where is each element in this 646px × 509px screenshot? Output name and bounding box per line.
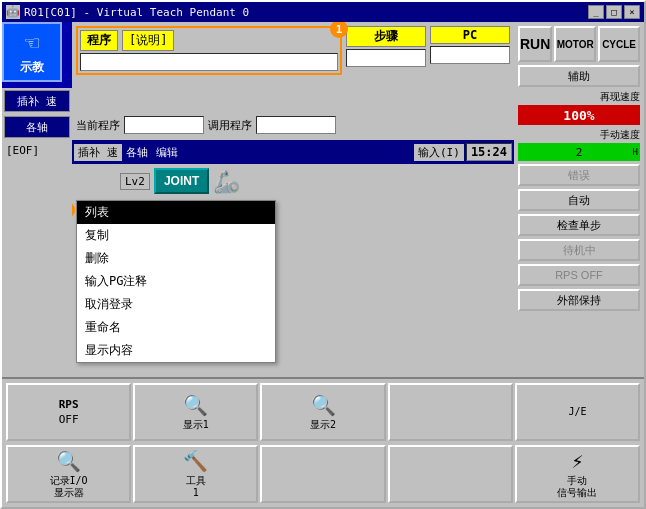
display1-label: 显示1 xyxy=(183,419,209,431)
rps-off-label: OFF xyxy=(59,413,79,426)
toolbar-edit-label[interactable]: 编辑 xyxy=(152,144,182,161)
speed-section: 再现速度 100% xyxy=(518,90,640,125)
playback-speed-value: 100% xyxy=(518,105,640,125)
lv2-badge: Lv2 xyxy=(120,173,150,190)
insert-button[interactable]: 插补 速 xyxy=(4,90,70,112)
empty-button-2[interactable] xyxy=(260,445,385,503)
pc-input[interactable] xyxy=(430,46,510,64)
description-label: [说明] xyxy=(122,30,174,51)
tool1-icon: 🔨 xyxy=(183,449,208,473)
axes-button[interactable]: 各轴 xyxy=(4,116,70,138)
tool1-button[interactable]: 🔨 工具1 xyxy=(133,445,258,503)
current-prog-label: 当前程序 xyxy=(76,118,120,133)
je-button[interactable]: J/E xyxy=(515,383,640,441)
dropdown-item-delete[interactable]: 删除 xyxy=(77,247,275,270)
display2-icon: 🔍 xyxy=(311,393,336,417)
rps-off-bottom-button[interactable]: RPS OFF xyxy=(6,383,131,441)
error-button[interactable]: 错误 xyxy=(518,164,640,186)
display2-label: 显示2 xyxy=(310,419,336,431)
display1-button[interactable]: 🔍 显示1 xyxy=(133,383,258,441)
run-button[interactable]: RUN xyxy=(518,26,552,62)
pc-label: PC xyxy=(430,26,510,44)
info-row-1: 当前程序 调用程序 xyxy=(72,110,514,140)
cycle-button[interactable]: CYCLE xyxy=(598,26,640,62)
rmc-row: RUN MOTOR CYCLE xyxy=(518,26,640,62)
badge-2: 2 xyxy=(72,201,75,219)
log-io-button[interactable]: 🔍 记录I/O显示器 xyxy=(6,445,131,503)
display2-button[interactable]: 🔍 显示2 xyxy=(260,383,385,441)
call-prog-label: 调用程序 xyxy=(208,118,252,133)
step-input[interactable] xyxy=(346,49,426,67)
dropdown-item-unregister[interactable]: 取消登录 xyxy=(77,293,275,316)
dropdown-item-copy[interactable]: 复制 xyxy=(77,224,275,247)
bottom-area: RPS OFF 🔍 显示1 🔍 显示2 J/E 🔍 xyxy=(2,377,644,507)
eof-label: [EOF] xyxy=(4,142,70,159)
window-icon: 🤖 xyxy=(6,5,20,19)
display1-icon: 🔍 xyxy=(183,393,208,417)
program-input[interactable] xyxy=(80,53,338,71)
joint-button[interactable]: JOINT xyxy=(154,168,209,194)
current-prog-input[interactable] xyxy=(124,116,204,134)
log-io-icon: 🔍 xyxy=(56,449,81,473)
minimize-button[interactable]: _ xyxy=(588,5,604,19)
dropdown-item-rename[interactable]: 重命名 xyxy=(77,316,275,339)
program-box: 程序 [说明] 1 xyxy=(76,26,342,75)
empty-button-1[interactable] xyxy=(388,383,513,441)
dropdown-item-show-content[interactable]: 显示内容 xyxy=(77,339,275,362)
toolbar-insert[interactable]: 插补 速 xyxy=(74,144,122,161)
fukujo-button[interactable]: 辅助 xyxy=(518,65,640,87)
bottom-row-2: 🔍 记录I/O显示器 🔨 工具1 ⚡ 手动信号输出 xyxy=(2,445,644,507)
hand-icon: ☜ xyxy=(25,29,39,57)
main-window: 🤖 R01[C01] - Virtual Teach Pendant 0 _ □… xyxy=(0,0,646,509)
program-label: 程序 xyxy=(80,30,118,51)
dropdown-menu: 2 列表 复制 删除 输入PG注释 取消登录 重命名 显示内容 xyxy=(76,200,276,363)
restore-button[interactable]: □ xyxy=(606,5,622,19)
manual-speed-bar: 2 H xyxy=(518,143,640,161)
tool1-label: 工具1 xyxy=(186,475,206,499)
step-section: 步骤 xyxy=(346,26,426,106)
external-hold-button[interactable]: 外部保持 xyxy=(518,289,640,311)
manual-speed-section: 手动速度 2 H xyxy=(518,128,640,161)
title-bar: 🤖 R01[C01] - Virtual Teach Pendant 0 _ □… xyxy=(2,2,644,22)
step-label: 步骤 xyxy=(346,26,426,47)
manual-speed-value: 2 xyxy=(576,146,583,159)
toolbar-input[interactable]: 输入(I) xyxy=(414,144,464,161)
call-prog-input[interactable] xyxy=(256,116,336,134)
manual-signal-icon: ⚡ xyxy=(571,449,583,473)
window-title: R01[C01] - Virtual Teach Pendant 0 xyxy=(24,6,249,19)
teach-button[interactable]: ☜ 示教 xyxy=(2,22,62,82)
close-button[interactable]: × xyxy=(624,5,640,19)
dropdown-item-list[interactable]: 2 列表 xyxy=(77,201,275,224)
playback-speed-label: 再现速度 xyxy=(518,90,640,104)
manual-signal-button[interactable]: ⚡ 手动信号输出 xyxy=(515,445,640,503)
manual-signal-label: 手动信号输出 xyxy=(557,475,597,499)
rps-off-icon: RPS xyxy=(59,398,79,411)
robot-arm-icon: 🦾 xyxy=(213,169,240,194)
log-io-label: 记录I/O显示器 xyxy=(50,475,88,499)
auto-button[interactable]: 自动 xyxy=(518,189,640,211)
title-bar-buttons: _ □ × xyxy=(588,5,640,19)
rps-off-button[interactable]: RPS OFF xyxy=(518,264,640,286)
motor-button[interactable]: MOTOR xyxy=(554,26,596,62)
hold-button[interactable]: 待机中 xyxy=(518,239,640,261)
h-label: H xyxy=(633,147,638,157)
manual-speed-label: 手动速度 xyxy=(518,128,640,142)
time-display: 15:24 xyxy=(466,143,512,161)
dropdown-item-comment[interactable]: 输入PG注释 xyxy=(77,270,275,293)
bottom-row-1: RPS OFF 🔍 显示1 🔍 显示2 J/E xyxy=(2,379,644,445)
check-step-button[interactable]: 检查单步 xyxy=(518,214,640,236)
teach-label: 示教 xyxy=(20,59,44,76)
pc-section: PC xyxy=(430,26,510,106)
toolbar-axes[interactable]: 各轴 xyxy=(122,144,152,161)
je-label: J/E xyxy=(568,406,586,418)
empty-button-3[interactable] xyxy=(388,445,513,503)
